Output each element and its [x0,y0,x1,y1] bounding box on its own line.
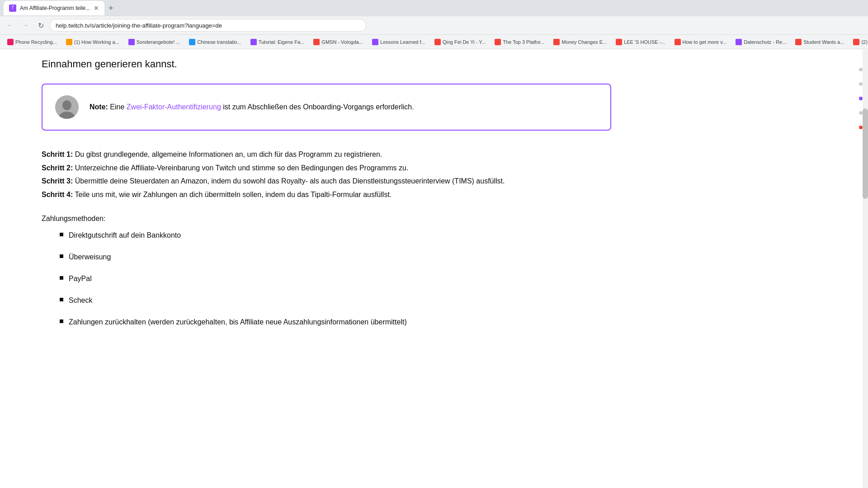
address-bar-row: ← → ↻ help.twitch.tv/s/article/joining-t… [0,16,868,34]
payment-list: Direktgutschrift auf dein Bankkonto Über… [60,230,826,328]
bookmark-item[interactable]: (1) How Working a... [62,38,123,46]
list-item: Direktgutschrift auf dein Bankkonto [60,230,826,241]
bookmark-item[interactable]: (2) How To Add A... [849,38,868,46]
side-indicator-dot [859,82,863,86]
step-3-text: Übermittle deine Steuerdaten an Amazon, … [75,177,505,185]
payment-method-2: Überweisung [69,252,111,263]
bookmark-label: (1) How Working a... [74,39,119,45]
bookmark-label: Student Wants a... [803,39,844,45]
bookmark-favicon [853,39,859,45]
bookmark-favicon [795,39,802,45]
avatar-image [55,95,79,119]
bookmarks-bar: Phone Recycling... (1) How Working a... … [0,34,868,49]
note-text: Note: Eine Zwei-Faktor-Authentifizierung… [90,102,414,113]
url-text: help.twitch.tv/s/article/joining-the-aff… [56,22,222,29]
side-indicator-dot-red [859,126,863,129]
bookmark-label: GMSN - Vologda... [321,39,363,45]
step-3-label: Schritt 3: [42,177,73,185]
svg-point-1 [62,100,71,110]
bullet-icon [60,254,63,258]
bookmark-item[interactable]: The Top 3 Platfor... [491,38,548,46]
address-field[interactable]: help.twitch.tv/s/article/joining-the-aff… [50,19,366,32]
list-item: Zahlungen zurückhalten (werden zurückgeh… [60,317,826,328]
bookmark-item[interactable]: How to get more v... [671,38,731,46]
side-indicator-dot-purple [859,97,863,100]
step-3: Schritt 3: Übermittle deine Steuerdaten … [42,175,826,187]
step-2-text: Unterzeichne die Affiliate-Vereinbarung … [75,164,409,172]
forward-button[interactable]: → [19,19,32,32]
tab-title: Am Affiliate-Programm teile... [20,5,90,11]
bookmark-item[interactable]: Qing Fei De Yi - Y... [431,38,490,46]
payment-section: Zahlungsmethoden: Direktgutschrift auf d… [42,215,826,328]
bookmark-favicon [250,39,257,45]
bookmark-item[interactable]: LEE 'S HOUSE -... [612,38,669,46]
bookmark-label: LEE 'S HOUSE -... [624,39,665,45]
bookmark-favicon [616,39,622,45]
bookmark-label: How to get more v... [683,39,727,45]
bookmark-item[interactable]: Money Changes E... [550,38,610,46]
bullet-icon [60,276,63,280]
payment-method-1: Direktgutschrift auf dein Bankkonto [69,230,181,241]
bookmark-item[interactable]: GMSN - Vologda... [310,38,367,46]
step-2-label: Schritt 2: [42,164,73,172]
bookmark-favicon [66,39,72,45]
steps-section: Schritt 1: Du gibst grundlegende, allgem… [42,149,826,200]
bookmark-label: The Top 3 Platfor... [503,39,544,45]
bookmark-favicon [189,39,195,45]
bookmark-label: Qing Fei De Yi - Y... [443,39,486,45]
side-indicators [859,68,863,129]
side-indicator-dot [859,111,863,115]
bookmark-item[interactable]: Tutorial: Eigene Fa... [247,38,308,46]
bookmark-label: Phone Recycling... [15,39,57,45]
note-text-after-link: ist zum Abschließen des Onboarding-Vorga… [223,103,414,111]
page-content: Einnahmen generieren kannst. Note: Eine … [0,49,868,357]
two-factor-auth-link[interactable]: Zwei-Faktor-Authentifizierung [127,103,221,111]
bookmark-item[interactable]: Sonderangebote! ... [125,38,184,46]
step-4-text: Teile uns mit, wie wir Zahlungen an dich… [75,191,392,198]
bookmark-label: Lessons Learned f... [380,39,425,45]
side-indicator-dot [859,68,863,71]
new-tab-button[interactable]: + [104,2,117,14]
scrollbar-track[interactable] [863,50,868,488]
step-4-label: Schritt 4: [42,191,73,198]
bookmark-item[interactable]: Lessons Learned f... [368,38,429,46]
tab-bar: T Am Affiliate-Programm teile... ✕ + [0,0,868,16]
bookmark-favicon [495,39,501,45]
step-4: Schritt 4: Teile uns mit, wie wir Zahlun… [42,189,826,201]
payment-method-5: Zahlungen zurückhalten (werden zurückgeh… [69,317,407,328]
bookmark-item[interactable]: Student Wants a... [792,38,848,46]
bookmark-label: Tutorial: Eigene Fa... [259,39,305,45]
note-label: Note: [90,103,108,111]
bookmark-favicon [736,39,742,45]
tab-close-button[interactable]: ✕ [94,5,99,12]
bookmark-label: Money Changes E... [561,39,607,45]
note-box: Note: Eine Zwei-Faktor-Authentifizierung… [42,84,611,131]
bookmark-favicon [313,39,320,45]
browser-chrome: T Am Affiliate-Programm teile... ✕ + ← →… [0,0,868,49]
tab-favicon: T [9,5,16,12]
bookmark-label: Sonderangebote! ... [137,39,180,45]
list-item: Scheck [60,295,826,306]
bookmark-item[interactable]: Datenschutz - Re... [732,38,790,46]
bookmark-favicon [128,39,135,45]
payment-title: Zahlungsmethoden: [42,215,826,223]
step-1-text: Du gibst grundlegende, allgemeine Inform… [75,150,382,158]
reload-button[interactable]: ↻ [34,19,47,32]
bookmark-favicon [7,39,14,45]
bookmark-favicon [434,39,441,45]
back-button[interactable]: ← [4,19,16,32]
bookmark-favicon [553,39,560,45]
bullet-icon [60,233,63,236]
bookmark-label: (2) How To Add A... [861,39,868,45]
bookmark-item[interactable]: Phone Recycling... [4,38,61,46]
active-tab[interactable]: T Am Affiliate-Programm teile... ✕ [4,1,104,15]
list-item: Überweisung [60,252,826,263]
scrollbar-thumb[interactable] [863,108,868,199]
bookmark-favicon [675,39,681,45]
bookmark-item[interactable]: Chinese translatio... [185,38,245,46]
bookmark-favicon [372,39,378,45]
avatar [55,95,79,119]
list-item: PayPal [60,273,826,284]
bullet-icon [60,319,63,323]
page-header-partial: Einnahmen generieren kannst. [42,58,826,70]
